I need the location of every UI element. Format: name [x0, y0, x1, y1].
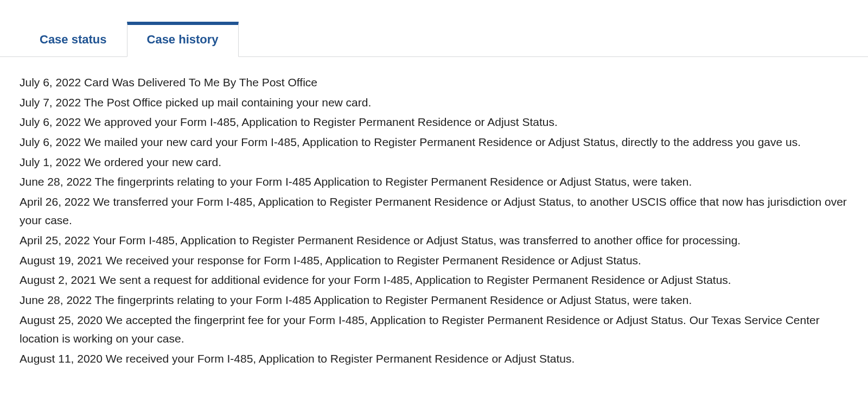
tab-case-history[interactable]: Case history [127, 22, 239, 57]
history-entry: August 25, 2020 We accepted the fingerpr… [20, 311, 848, 348]
history-entry: April 26, 2022 We transferred your Form … [20, 193, 848, 230]
history-entry: August 11, 2020 We received your Form I-… [20, 350, 848, 369]
history-entry: July 1, 2022 We ordered your new card. [20, 153, 848, 172]
history-entry: April 25, 2022 Your Form I-485, Applicat… [20, 231, 848, 250]
tabs-container: Case status Case history [0, 0, 868, 57]
history-entry: August 2, 2021 We sent a request for add… [20, 271, 848, 290]
case-history-content: July 6, 2022 Card Was Delivered To Me By… [0, 57, 868, 386]
history-entry: August 19, 2021 We received your respons… [20, 251, 848, 270]
history-entry: June 28, 2022 The fingerprints relating … [20, 173, 848, 192]
history-entry: June 28, 2022 The fingerprints relating … [20, 291, 848, 310]
history-entry: July 6, 2022 We approved your Form I-485… [20, 113, 848, 132]
history-entry: July 7, 2022 The Post Office picked up m… [20, 93, 848, 112]
history-entry: July 6, 2022 Card Was Delivered To Me By… [20, 73, 848, 92]
history-entry: July 6, 2022 We mailed your new card you… [20, 133, 848, 152]
tab-case-status[interactable]: Case status [20, 22, 127, 56]
